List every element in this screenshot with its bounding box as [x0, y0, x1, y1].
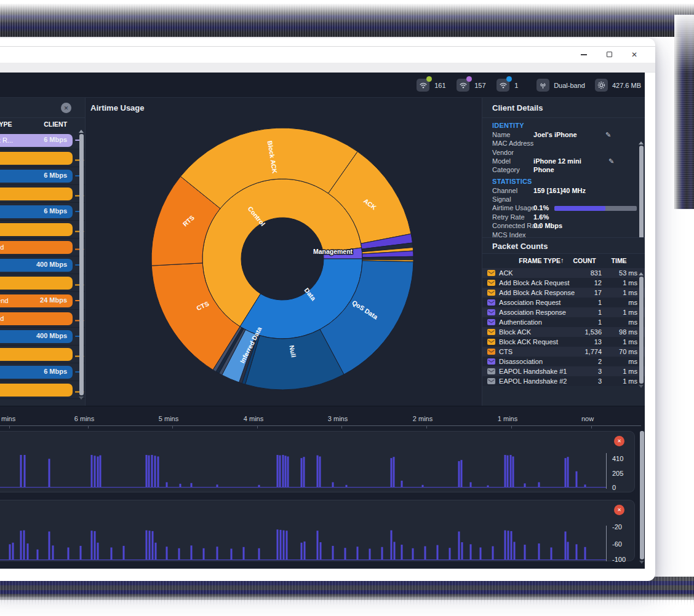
chart-bar: [492, 547, 494, 559]
packet-count-row[interactable]: ACK83153 ms: [482, 268, 645, 278]
frame-type-row[interactable]: end: [0, 310, 85, 328]
chart-bar: [100, 456, 102, 487]
chart-bar: [191, 545, 193, 559]
sort-ascending-icon[interactable]: ↑: [560, 256, 564, 264]
chart-bar: [243, 547, 245, 559]
maximize-button[interactable]: [605, 50, 613, 59]
client-rate-value: 6 Mbps: [44, 172, 67, 179]
edit-icon[interactable]: ✎: [605, 131, 611, 139]
packet-count-row[interactable]: Add Block Ack Request121 ms: [482, 278, 645, 288]
packet-count-row[interactable]: Block ACK1,53698 ms: [482, 327, 645, 337]
frame-type-row[interactable]: [0, 149, 85, 167]
frame-count: 12: [575, 279, 602, 286]
chart-bar: [576, 544, 578, 559]
packet-count-row[interactable]: Association Response11 ms: [482, 307, 645, 317]
panel-close-button[interactable]: ✕: [61, 103, 71, 113]
frame-time: ms: [602, 299, 637, 306]
minimize-button[interactable]: [580, 50, 588, 59]
chart-bar: [524, 545, 526, 559]
column-header-client[interactable]: CLIENT: [44, 120, 67, 128]
statistics-heading: STATISTICS: [492, 178, 532, 185]
client-rate-value: 6 Mbps: [44, 368, 67, 375]
frame-type-row[interactable]: [0, 381, 85, 399]
scrollbar-thumb: [640, 431, 644, 559]
left-panel-scrollbar[interactable]: [79, 130, 84, 400]
column-header-time[interactable]: TIME: [612, 257, 627, 264]
packet-count-row[interactable]: Association Request1ms: [482, 298, 645, 307]
wifi-button[interactable]: [457, 79, 469, 92]
frame-type-row[interactable]: 6 Mbps: [0, 363, 85, 381]
window-titlebar[interactable]: ✕: [0, 38, 655, 63]
client-details-header: Client Details: [482, 98, 645, 118]
chart-bar: [584, 484, 586, 487]
frame-count: 1: [575, 309, 602, 316]
chart-close-button[interactable]: ✕: [614, 436, 624, 446]
detail-row-mcs-clipped: MCS Index: [482, 231, 645, 237]
chart-y-axis: [606, 526, 607, 561]
chart-bar: [286, 531, 288, 559]
frame-type-row[interactable]: [0, 185, 85, 203]
chart-bar: [317, 531, 319, 559]
strip-chart-packets[interactable]: ✕ 4102050: [0, 431, 635, 492]
chart-close-button[interactable]: ✕: [614, 505, 624, 515]
chart-bar: [470, 482, 472, 487]
frame-type-row[interactable]: a400 Mbps: [0, 256, 85, 274]
frame-type-row[interactable]: end: [0, 239, 85, 256]
column-header-count[interactable]: COUNT: [573, 257, 596, 264]
strip-chart-signal[interactable]: ✕ -20-60-100: [0, 500, 635, 561]
packet-count-row[interactable]: Block ACK Request131 ms: [482, 337, 645, 347]
chart-bar: [458, 532, 460, 560]
frame-type-row[interactable]: ort R...6 Mbps: [0, 132, 85, 149]
packet-count-row[interactable]: CTS1,77470 ms: [482, 347, 645, 357]
y-axis-tick-label: -60: [612, 540, 622, 548]
dual-band-button[interactable]: [536, 79, 549, 92]
detail-value: Joel's iPhone: [533, 131, 576, 138]
packet-count-row[interactable]: EAPOL Handshake #131 ms: [482, 366, 645, 376]
packet-count-row[interactable]: Authentication1ms: [482, 317, 645, 327]
chart-bar: [391, 458, 393, 487]
chart-bar: [538, 482, 540, 487]
frame-type-name: Add Block Ack Response: [499, 289, 575, 296]
edit-icon[interactable]: ✎: [608, 157, 614, 165]
storage-button[interactable]: [595, 79, 608, 92]
frame-type-row[interactable]: 6 Mbps: [0, 203, 85, 221]
frame-envelope-icon: [487, 378, 495, 384]
frame-type-name: Association Request: [499, 299, 575, 306]
chart-bar: [394, 542, 396, 559]
column-header-frame-type[interactable]: FRAME TYPE: [519, 257, 560, 264]
detail-row-name: Name Joel's iPhone ✎: [482, 131, 645, 140]
chart-bar: [567, 542, 569, 559]
airtime-sunburst-chart[interactable]: ControlManagementDataCTSRTSBlock ACKACKQ…: [86, 98, 482, 406]
chart-bar: [401, 545, 403, 559]
timeline-scrollbar[interactable]: [639, 431, 644, 564]
packet-counts-scrollbar[interactable]: [639, 272, 644, 388]
gear-icon: [597, 81, 605, 89]
frame-envelope-icon: [487, 319, 495, 325]
chart-bar: [507, 456, 509, 487]
frame-type-row[interactable]: a400 Mbps: [0, 328, 85, 346]
chart-bar: [320, 542, 322, 559]
chart-bar: [538, 543, 540, 559]
wifi-icon: [499, 82, 508, 89]
packet-count-row[interactable]: EAPOL Handshake #231 ms: [482, 376, 645, 386]
frame-type-row[interactable]: [0, 221, 85, 239]
wifi-button[interactable]: [417, 79, 429, 92]
frame-type-row[interactable]: [0, 274, 85, 292]
frame-type-pill: end: [0, 241, 73, 254]
frame-type-row[interactable]: Send24 Mbps: [0, 292, 85, 310]
wifi-button[interactable]: [497, 79, 509, 92]
close-button[interactable]: ✕: [630, 50, 639, 59]
chart-bar: [49, 459, 50, 487]
frame-time: 1 ms: [602, 289, 637, 296]
column-header-type[interactable]: TYPE: [0, 120, 12, 128]
frame-type-row[interactable]: [0, 346, 85, 363]
frame-count: 1,536: [575, 328, 602, 336]
chart-bar: [94, 531, 96, 559]
chart-bar: [111, 548, 113, 560]
frame-type-row[interactable]: 6 Mbps: [0, 167, 85, 185]
frame-time: 1 ms: [602, 338, 637, 346]
chart-bar: [332, 546, 334, 559]
detail-label: Channel: [492, 187, 517, 194]
packet-count-row[interactable]: Disassociation2ms: [482, 357, 645, 366]
packet-count-row[interactable]: Add Block Ack Response171 ms: [482, 288, 645, 298]
